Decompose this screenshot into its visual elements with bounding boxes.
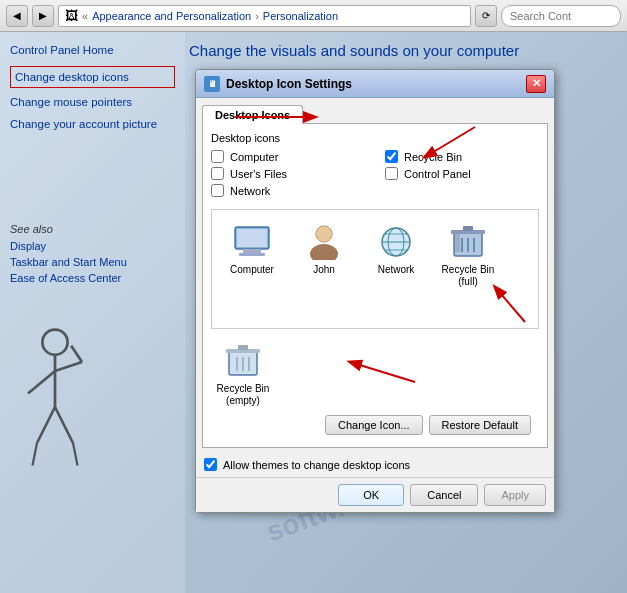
icon-recycle-empty[interactable]: Recycle Bin (empty) [211,337,275,411]
dialog-change-restore-row: Change Icon... Restore Default [211,411,539,439]
computer-icon-visual [232,222,272,262]
svg-line-3 [55,362,82,371]
tab-desktop-icons[interactable]: Desktop Icons [202,105,303,124]
checkbox-users-files: User's Files [211,167,365,180]
icon-recycle-full[interactable]: Recycle Bin (full) [436,218,500,320]
svg-point-0 [42,330,67,355]
restore-default-button[interactable]: Restore Default [429,415,531,435]
see-also-ease-of-access[interactable]: Ease of Access Center [10,272,175,284]
svg-line-4 [37,407,55,443]
see-also-taskbar[interactable]: Taskbar and Start Menu [10,256,175,268]
sidebar: Control Panel Home Change desktop icons … [0,32,185,593]
refresh-button[interactable]: ⟳ [475,5,497,27]
allow-themes-row: Allow themes to change desktop icons [196,454,554,477]
see-also-display[interactable]: Display [10,240,175,252]
checkbox-users-files-label: User's Files [230,168,287,180]
main-area: Control Panel Home Change desktop icons … [0,32,627,593]
control-panel-home-link[interactable]: Control Panel Home [10,44,175,56]
dialog-titlebar: 🖥 Desktop Icon Settings ✕ [196,70,554,98]
content-area: Change the visuals and sounds on your co… [185,32,627,593]
icon-john[interactable]: John [292,218,356,320]
svg-line-8 [71,346,82,362]
address-bar: ◀ ▶ 🖼 « Appearance and Personalization ›… [0,0,627,32]
recycle-full-icon-label: Recycle Bin (full) [442,264,495,288]
change-restore-buttons: Change Icon... Restore Default [325,415,531,435]
sidebar-change-mouse-pointers[interactable]: Change mouse pointers [10,94,175,110]
recycle-empty-icon-visual [223,341,263,381]
dialog-icon: 🖥 [204,76,220,92]
cancel-button[interactable]: Cancel [410,484,478,506]
see-also-label: See also [10,223,53,235]
checkbox-recycle-bin-input[interactable] [385,150,398,163]
dialog-tabs: Desktop Icons [196,98,554,123]
checkbox-control-panel-label: Control Panel [404,168,471,180]
icons-grid: Computer John Network [211,209,539,329]
svg-rect-11 [239,253,265,256]
allow-themes-checkbox[interactable] [204,458,217,471]
svg-rect-12 [237,229,267,247]
checkbox-network: Network [211,184,365,197]
change-icon-button[interactable]: Change Icon... [325,415,423,435]
checkbox-recycle-bin-label: Recycle Bin [404,151,462,163]
recycle-empty-icon-label: Recycle Bin (empty) [217,383,270,407]
dialog-footer: OK Cancel Apply [196,477,554,512]
stickman-decoration [10,323,100,473]
checkbox-control-panel: Control Panel [385,167,539,180]
icon-network[interactable]: Network [364,218,428,320]
svg-rect-30 [238,345,248,350]
checkbox-recycle-bin: Recycle Bin [385,150,539,163]
svg-line-6 [33,443,38,466]
back-button[interactable]: ◀ [6,5,28,27]
dialog-close-button[interactable]: ✕ [526,75,546,93]
network-icon-visual [376,222,416,262]
icon-computer[interactable]: Computer [220,218,284,320]
john-icon-label: John [313,264,335,276]
john-icon-visual [304,222,344,262]
checkbox-network-input[interactable] [211,184,224,197]
checkbox-computer-label: Computer [230,151,278,163]
svg-point-14 [310,244,338,260]
checkbox-computer: Computer [211,150,365,163]
checkbox-users-files-input[interactable] [211,167,224,180]
svg-line-7 [73,443,78,466]
sidebar-change-account-picture[interactable]: Change your account picture [10,116,175,132]
svg-point-15 [316,226,332,242]
desktop-icon-settings-dialog: 🖥 Desktop Icon Settings ✕ Desktop Icons … [195,69,555,513]
search-input[interactable] [501,5,621,27]
breadcrumb-personalization[interactable]: Personalization [263,10,338,22]
checkbox-control-panel-input[interactable] [385,167,398,180]
ok-button[interactable]: OK [338,484,404,506]
svg-rect-27 [455,234,460,252]
recycle-full-icon-visual [448,222,488,262]
breadcrumb-appearance[interactable]: Appearance and Personalization [92,10,251,22]
allow-themes-label: Allow themes to change desktop icons [223,459,410,471]
dialog-content: Desktop icons Computer User's Files [202,123,548,448]
apply-button[interactable]: Apply [484,484,546,506]
svg-line-5 [55,407,73,443]
breadcrumb: 🖼 « Appearance and Personalization › Per… [58,5,471,27]
svg-rect-10 [243,249,261,253]
computer-icon-label: Computer [230,264,274,276]
network-icon-label: Network [378,264,415,276]
checkbox-network-label: Network [230,185,270,197]
svg-line-2 [28,371,55,394]
dialog-title-text: Desktop Icon Settings [226,77,352,91]
section-desktop-icons: Desktop icons [211,132,539,144]
sidebar-change-desktop-icons[interactable]: Change desktop icons [10,66,175,88]
svg-rect-23 [463,226,473,231]
page-title: Change the visuals and sounds on your co… [185,42,617,59]
forward-button[interactable]: ▶ [32,5,54,27]
checkbox-computer-input[interactable] [211,150,224,163]
